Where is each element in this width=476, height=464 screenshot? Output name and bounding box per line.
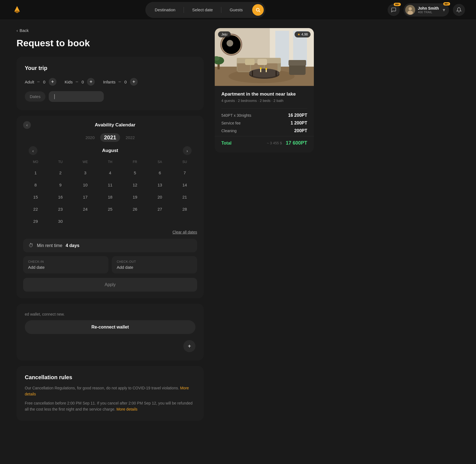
next-month-button[interactable]: ›	[183, 146, 192, 155]
user-info: John Smith 400 TRAIL	[418, 6, 439, 14]
day-header-sa: SA	[147, 159, 172, 167]
user-name: John Smith	[418, 6, 439, 10]
total-right: ~ 3 455 $ 17 600PT	[267, 140, 307, 146]
calendar-back-button[interactable]: ‹	[23, 121, 31, 129]
search-button[interactable]	[252, 4, 264, 16]
calendar-day[interactable]: 17	[73, 191, 98, 203]
calendar-day[interactable]: 6	[147, 167, 172, 179]
calendar-day[interactable]: 16	[48, 191, 73, 203]
calendar-day[interactable]: 7	[172, 167, 197, 179]
calendar-day[interactable]: 25	[98, 203, 123, 215]
calendar-day[interactable]: 5	[123, 167, 147, 179]
calendar-day[interactable]: 15	[23, 191, 48, 203]
price-row-3: Cleaning 200PT	[215, 128, 314, 133]
property-card: Jeju ★ 4,98 Apartment in the mount near …	[215, 28, 314, 153]
calendar-day[interactable]: 14	[172, 179, 197, 191]
dates-input[interactable]	[49, 91, 104, 102]
main-content: ‹ Back Request to book Your trip Adult −…	[0, 20, 476, 429]
year-2022[interactable]: 2022	[126, 135, 135, 140]
calendar-day[interactable]: 1	[23, 167, 48, 179]
calendar-day[interactable]: 30	[48, 215, 73, 227]
price-val-3: 200PT	[294, 128, 307, 133]
checkin-box[interactable]: CHECK-IN Add date	[23, 256, 108, 273]
right-column: Jeju ★ 4,98 Apartment in the mount near …	[215, 28, 314, 153]
prev-month-icon: ‹	[32, 148, 34, 153]
calendar-day[interactable]: 13	[147, 179, 172, 191]
select-date-pill[interactable]: Select date	[184, 5, 221, 14]
total-approx: ~ 3 455 $	[267, 141, 282, 145]
guests-pill[interactable]: Guests	[222, 5, 251, 14]
calendar-day[interactable]: 27	[147, 203, 172, 215]
calendar-day[interactable]: 2	[48, 167, 73, 179]
payment-card: ed wallet, connect new. Re-connect walle…	[17, 304, 204, 360]
adult-type: Adult − 0 +	[25, 78, 56, 86]
user-menu[interactable]: John Smith 400 TRAIL ▾ 99+	[404, 3, 449, 17]
svg-point-30	[265, 68, 267, 70]
current-month: August	[102, 148, 118, 153]
page-title: Request to book	[17, 38, 204, 48]
back-link[interactable]: ‹ Back	[17, 28, 204, 33]
adult-controls: − 0 +	[37, 78, 56, 86]
calendar-day[interactable]: 22	[23, 203, 48, 215]
calendar-day[interactable]: 8	[23, 179, 48, 191]
location-badge: Jeju	[218, 31, 231, 37]
day-header-mo: MO	[23, 159, 48, 167]
min-rent-bar: ⏱ Min rent time 4 days	[23, 239, 197, 252]
cancellation-title: Cancellation rules	[25, 374, 195, 381]
calendar-day[interactable]: 21	[172, 191, 197, 203]
cancellation-text2: Free cancellation before 2:00 PM Sep 11.…	[25, 400, 195, 413]
infants-minus-icon: −	[118, 79, 121, 85]
day-header-tu: TU	[48, 159, 73, 167]
reconnect-wallet-button[interactable]: Re-connect wallet	[25, 320, 195, 334]
kids-type: Kids − 0 +	[65, 78, 95, 86]
calendar-day[interactable]: 12	[123, 179, 147, 191]
calendar-day[interactable]: 29	[23, 215, 48, 227]
kids-minus-icon: −	[75, 79, 78, 85]
navbar: Destination Select date Guests 99+	[0, 0, 476, 20]
svg-point-3	[409, 7, 412, 10]
calendar-day[interactable]: 23	[48, 203, 73, 215]
calendar-day[interactable]: 18	[98, 191, 123, 203]
notifications-button[interactable]	[453, 4, 465, 16]
apply-button[interactable]: Apply	[23, 278, 197, 292]
chat-button[interactable]: 99+	[388, 4, 400, 16]
adult-plus-button[interactable]: +	[49, 78, 56, 86]
prev-month-button[interactable]: ‹	[29, 146, 37, 155]
price-label-2: Service fee	[221, 121, 241, 125]
calendar-day[interactable]: 19	[123, 191, 147, 203]
infants-type: Infants − 0 +	[103, 78, 138, 86]
checkout-box[interactable]: CHECK-OUT Add date	[112, 256, 197, 273]
day-header-th: TH	[98, 159, 123, 167]
day-header-fr: FR	[123, 159, 147, 167]
year-2021[interactable]: 2021	[100, 133, 120, 142]
price-divider	[221, 108, 307, 108]
day-header-su: SU	[172, 159, 197, 167]
back-arrow-icon: ‹	[17, 28, 18, 33]
calendar-day[interactable]: 24	[73, 203, 98, 215]
logo[interactable]	[11, 4, 23, 16]
back-label: Back	[20, 28, 29, 33]
calendar-day[interactable]: 26	[123, 203, 147, 215]
year-2020[interactable]: 2020	[85, 135, 94, 140]
calendar-day[interactable]: 28	[172, 203, 197, 215]
clear-dates-link[interactable]: Clear all dates	[23, 230, 197, 234]
kids-count: 0	[80, 80, 85, 84]
calendar-day[interactable]: 4	[98, 167, 123, 179]
calendar-day[interactable]: 11	[98, 179, 123, 191]
calendar-day[interactable]: 3	[73, 167, 98, 179]
infants-plus-button[interactable]: +	[130, 78, 138, 86]
cancellation-card: Cancellation rules Our Cancellation Regu…	[17, 366, 204, 421]
kids-plus-button[interactable]: +	[87, 78, 95, 86]
calendar-day[interactable]: 10	[73, 179, 98, 191]
more-details-link2[interactable]: More details	[116, 407, 137, 411]
calendar-title: Avability Calendar	[33, 122, 197, 128]
calendar-day[interactable]: 20	[147, 191, 172, 203]
guests-row: Adult − 0 + Kids − 0 + Infan	[25, 78, 195, 86]
clock-icon: ⏱	[29, 243, 34, 248]
destination-pill[interactable]: Destination	[147, 5, 183, 14]
total-value: 17 600PT	[286, 140, 307, 146]
add-payment-button[interactable]: +	[183, 340, 195, 352]
infants-label: Infants	[103, 80, 115, 84]
calendar-day[interactable]: 9	[48, 179, 73, 191]
svg-point-28	[260, 67, 262, 69]
